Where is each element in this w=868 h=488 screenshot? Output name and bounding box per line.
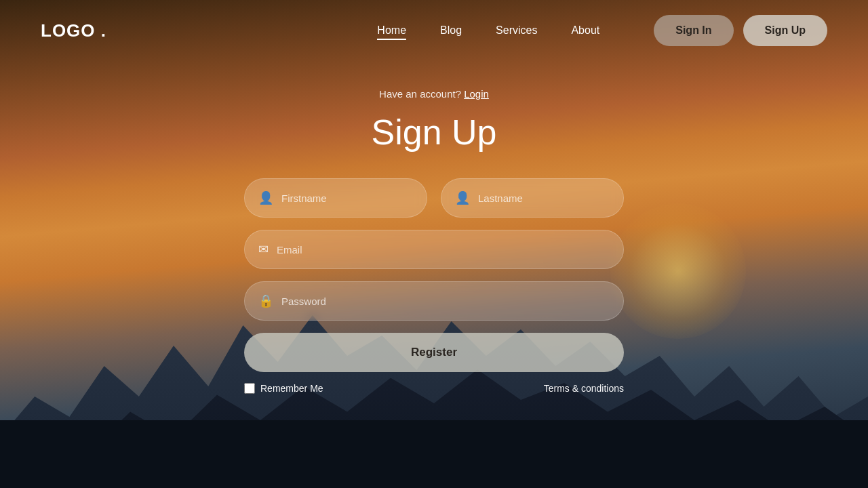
person-icon: 👤 — [258, 190, 273, 205]
page-title: Sign Up — [372, 112, 497, 152]
main-content: Have an account? Login Sign Up 👤 👤 ✉ 🔒 R… — [0, 61, 868, 394]
name-row: 👤 👤 — [244, 178, 624, 218]
signup-nav-button[interactable]: Sign Up — [743, 15, 827, 46]
nav-link-blog[interactable]: Blog — [440, 24, 462, 40]
nav-link-services[interactable]: Services — [496, 24, 537, 40]
navbar: LOGO . Home Blog Services About Sign In … — [0, 0, 868, 61]
have-account-text: Have an account? Login — [379, 88, 489, 100]
lock-icon: 🔒 — [258, 293, 273, 308]
nav-item-blog[interactable]: Blog — [440, 24, 462, 37]
email-row: ✉ — [244, 230, 624, 269]
nav-link-about[interactable]: About — [571, 24, 599, 40]
login-link[interactable]: Login — [464, 88, 489, 100]
logo: LOGO . — [41, 20, 106, 41]
person-icon-2: 👤 — [455, 190, 470, 205]
nav-item-home[interactable]: Home — [377, 24, 406, 37]
email-input[interactable] — [277, 244, 610, 256]
nav-item-services[interactable]: Services — [496, 24, 537, 37]
password-input[interactable] — [281, 296, 610, 307]
firstname-field-wrapper: 👤 — [244, 178, 427, 218]
remember-me-label[interactable]: Remember Me — [244, 383, 323, 394]
nav-buttons: Sign In Sign Up — [654, 15, 827, 46]
firstname-input[interactable] — [281, 192, 413, 204]
email-icon: ✉ — [258, 242, 269, 257]
nav-item-about[interactable]: About — [571, 24, 599, 37]
signin-button[interactable]: Sign In — [654, 15, 733, 46]
terms-conditions-link[interactable]: Terms & conditions — [544, 383, 624, 394]
nav-link-home[interactable]: Home — [377, 24, 406, 40]
nav-links: Home Blog Services About — [377, 24, 599, 37]
email-field-wrapper: ✉ — [244, 230, 624, 269]
register-button[interactable]: Register — [244, 333, 624, 372]
form-footer: Remember Me Terms & conditions — [244, 383, 624, 394]
lastname-input[interactable] — [478, 192, 610, 204]
mountain-base — [0, 420, 868, 488]
remember-me-checkbox[interactable] — [244, 383, 255, 394]
password-row: 🔒 — [244, 281, 624, 321]
password-field-wrapper: 🔒 — [244, 281, 624, 321]
lastname-field-wrapper: 👤 — [441, 178, 624, 218]
